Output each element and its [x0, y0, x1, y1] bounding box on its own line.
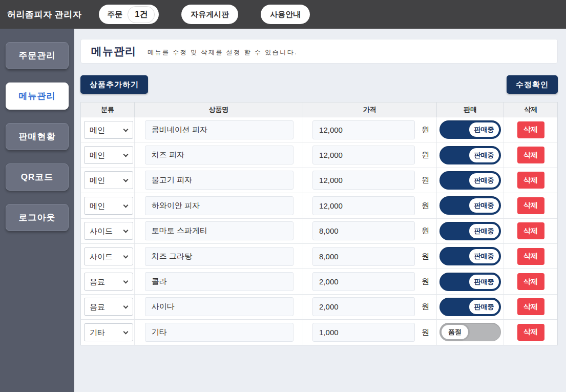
usage-guide-button[interactable]: 사용안내: [261, 5, 310, 24]
price-input[interactable]: [312, 146, 415, 164]
product-name-input[interactable]: [145, 247, 294, 266]
product-name-input[interactable]: [145, 297, 294, 316]
sale-cell: 판매중: [437, 117, 505, 142]
orders-count-badge: 1건: [128, 6, 155, 23]
delete-cell: 삭제: [504, 269, 557, 294]
name-cell: [135, 269, 303, 294]
currency-suffix: 원: [422, 252, 429, 261]
menu-table: 분류 상품명 가격 판매 삭제 메인 원 판매중: [80, 102, 558, 345]
category-cell: 사이드: [81, 244, 135, 269]
price-input[interactable]: [312, 323, 415, 342]
category-select[interactable]: 기타: [84, 323, 133, 341]
product-name-input[interactable]: [145, 272, 294, 291]
category-cell: 메인: [81, 168, 135, 193]
column-header-sale: 판매: [437, 102, 505, 117]
delete-button[interactable]: 삭제: [517, 147, 544, 163]
price-input[interactable]: [312, 171, 415, 190]
orders-pill-button[interactable]: 주문 1건: [99, 5, 159, 24]
delete-button[interactable]: 삭제: [517, 298, 544, 315]
add-product-button[interactable]: 상품추가하기: [80, 75, 148, 94]
sale-toggle[interactable]: 판매중: [439, 247, 501, 265]
price-input[interactable]: [312, 297, 415, 316]
sidebar-item-sales-status[interactable]: 판매현황: [6, 123, 69, 150]
price-input[interactable]: [312, 221, 415, 240]
currency-suffix: 원: [422, 327, 429, 337]
category-select[interactable]: 메인: [84, 121, 133, 139]
currency-suffix: 원: [422, 201, 429, 211]
sidebar-item-order-management[interactable]: 주문관리: [6, 42, 69, 69]
sidebar-item-logout[interactable]: 로그아웃: [6, 204, 69, 231]
table-row: 기타 원 품절 삭제: [81, 319, 557, 344]
category-select[interactable]: 음료: [84, 273, 133, 291]
category-select-wrap: 음료: [84, 298, 133, 316]
category-select-wrap: 메인: [84, 146, 133, 164]
delete-cell: 삭제: [504, 244, 557, 269]
delete-button[interactable]: 삭제: [517, 222, 544, 239]
delete-button[interactable]: 삭제: [517, 172, 544, 189]
delete-cell: 삭제: [504, 117, 557, 142]
price-cell: 원: [303, 295, 436, 319]
name-cell: [135, 142, 303, 167]
category-select-wrap: 메인: [84, 121, 133, 139]
category-select[interactable]: 음료: [84, 298, 133, 316]
product-name-input[interactable]: [145, 221, 294, 240]
category-select[interactable]: 사이드: [84, 222, 133, 240]
sale-toggle[interactable]: 판매중: [439, 171, 501, 190]
main-content: 메뉴관리 메뉴를 수정 및 삭제를 설정 할 수 있습니다. 상품추가하기 수정…: [74, 29, 566, 392]
delete-button[interactable]: 삭제: [517, 121, 544, 138]
free-board-button[interactable]: 자유게시판: [181, 5, 238, 24]
category-select[interactable]: 메인: [84, 197, 133, 215]
product-name-input[interactable]: [145, 323, 294, 342]
currency-suffix: 원: [422, 125, 429, 135]
product-name-input[interactable]: [145, 196, 294, 215]
sale-toggle[interactable]: 판매중: [439, 120, 501, 139]
price-cell: 원: [303, 142, 436, 167]
confirm-edit-button[interactable]: 수정확인: [507, 75, 558, 94]
sidebar-item-menu-management[interactable]: 메뉴관리: [6, 82, 69, 110]
delete-button[interactable]: 삭제: [517, 273, 544, 290]
price-input[interactable]: [312, 272, 415, 291]
delete-cell: 삭제: [504, 295, 557, 319]
sale-toggle[interactable]: 판매중: [439, 273, 501, 291]
delete-button[interactable]: 삭제: [517, 324, 544, 341]
toolbar: 상품추가하기 수정확인: [80, 75, 558, 94]
sale-toggle[interactable]: 품절: [439, 323, 501, 341]
category-select[interactable]: 메인: [84, 171, 133, 189]
category-cell: 메인: [81, 142, 135, 167]
delete-button[interactable]: 삭제: [517, 197, 544, 214]
category-cell: 음료: [81, 269, 135, 294]
category-select-wrap: 메인: [84, 197, 133, 215]
app-title: 허리좀피자 관리자: [7, 9, 81, 20]
sale-cell: 판매중: [437, 168, 505, 193]
delete-button[interactable]: 삭제: [517, 248, 544, 265]
category-select-wrap: 사이드: [84, 247, 133, 265]
sale-toggle[interactable]: 판매중: [439, 298, 501, 316]
price-cell: 원: [303, 117, 436, 142]
product-name-input[interactable]: [145, 146, 294, 164]
delete-cell: 삭제: [504, 168, 557, 193]
category-select[interactable]: 메인: [84, 146, 133, 164]
sale-cell: 판매중: [437, 219, 505, 243]
table-body: 메인 원 판매중 삭제 메인: [81, 117, 557, 345]
price-cell: 원: [303, 168, 436, 193]
currency-suffix: 원: [422, 302, 429, 312]
price-input[interactable]: [312, 120, 415, 139]
price-input[interactable]: [312, 247, 415, 266]
product-name-input[interactable]: [145, 120, 294, 139]
name-cell: [135, 193, 303, 218]
sale-toggle[interactable]: 판매중: [439, 146, 501, 164]
price-cell: 원: [303, 193, 436, 218]
sale-toggle-label: 판매중: [468, 222, 500, 240]
sale-toggle-label: 판매중: [468, 273, 500, 291]
category-select[interactable]: 사이드: [84, 247, 133, 265]
name-cell: [135, 244, 303, 269]
sale-toggle-label: 판매중: [468, 172, 500, 189]
sale-toggle[interactable]: 판매중: [439, 222, 501, 240]
sidebar-item-qr-code[interactable]: QR코드: [6, 163, 69, 191]
product-name-input[interactable]: [145, 171, 294, 190]
sale-toggle-label: 판매중: [468, 147, 500, 164]
table-row: 사이드 원 판매중 삭제: [81, 218, 557, 243]
price-input[interactable]: [312, 196, 415, 215]
delete-cell: 삭제: [504, 193, 557, 218]
sale-toggle[interactable]: 판매중: [439, 196, 501, 215]
